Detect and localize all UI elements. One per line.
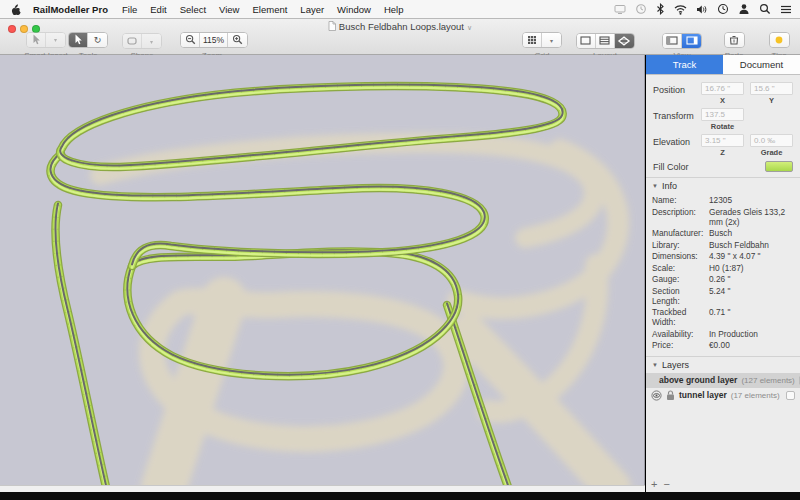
info-row-manufacturer: Manufacturer:Busch [652, 228, 794, 238]
info-row-trackbed-width: Trackbed Width:0.71 " [652, 307, 794, 327]
time-machine-icon[interactable] [635, 3, 647, 15]
info-row-availability: Availability:In Production [652, 329, 794, 339]
info-row-scale: Scale:H0 (1:87) [652, 263, 794, 273]
lock-icon[interactable] [666, 390, 675, 401]
pointer-tool-icon[interactable] [69, 33, 88, 47]
position-x-field[interactable]: 16.76 " [701, 82, 744, 95]
tips-bulb-icon[interactable] [770, 33, 789, 47]
bluetooth-icon[interactable] [656, 3, 665, 15]
menu-element[interactable]: Element [252, 4, 287, 15]
screen: RailModeller Pro File Edit Select View E… [0, 0, 800, 500]
wifi-icon[interactable] [674, 4, 687, 15]
menu-app-name[interactable]: RailModeller Pro [33, 4, 108, 15]
grid-icon[interactable] [523, 33, 542, 47]
layer-checkbox[interactable] [786, 391, 795, 400]
layers-header-label: Layers [662, 360, 689, 370]
fill-color-label: Fill Color [653, 162, 701, 172]
shape-control[interactable]: ▾ [122, 33, 162, 49]
rotate-tool-icon[interactable]: ↻ [88, 33, 107, 47]
apple-menu-icon[interactable] [10, 3, 21, 16]
layer-name: tunnel layer [679, 390, 727, 400]
info-row-section-length: Section Length:5.24 " [652, 286, 794, 306]
layout-3d-view-icon[interactable] [615, 34, 634, 48]
grade-label: Grade [750, 148, 793, 157]
window-title: Busch Feldbahn Loops.layout [339, 21, 464, 32]
info-row-dimensions: Dimensions:4.39 " x 4.07 " [652, 251, 794, 261]
info-row-gauge: Gauge:0.26 " [652, 274, 794, 284]
layout-list-view-icon[interactable] [596, 34, 615, 48]
tips-button[interactable] [769, 32, 790, 48]
menu-bar: RailModeller Pro File Edit Select View E… [0, 0, 800, 19]
position-x-label: X [701, 96, 744, 105]
menu-window[interactable]: Window [337, 4, 371, 15]
menu-layer[interactable]: Layer [300, 4, 324, 15]
visibility-eye-icon[interactable] [651, 390, 662, 401]
position-row: Position 16.76 " X 15.6 " Y [653, 82, 793, 105]
info-row-price: Price:€0.00 [652, 340, 794, 350]
inspector-panel: Track Document Position 16.76 " X 15.6 "… [646, 55, 800, 492]
disclosure-triangle-icon[interactable]: ▼ [652, 362, 658, 368]
shape-dropdown[interactable]: ▾ [142, 34, 161, 48]
window-titlebar: Busch Feldbahn Loops.layout∨ ▾ Smart Ins… [0, 19, 800, 55]
clock-icon[interactable] [717, 3, 729, 15]
position-y-label: Y [750, 96, 793, 105]
spotlight-icon[interactable] [759, 3, 771, 15]
user-icon[interactable] [738, 3, 750, 15]
menu-file[interactable]: File [122, 4, 137, 15]
layout-blank-view-icon[interactable] [577, 34, 596, 48]
shape-icon[interactable] [123, 34, 142, 48]
transform-label: Transform [653, 108, 701, 121]
rotate-field[interactable]: 137.5 [701, 108, 744, 121]
notification-center-icon[interactable] [780, 4, 792, 15]
fill-color-swatch[interactable] [765, 161, 793, 172]
volume-icon[interactable] [696, 4, 708, 15]
tab-document[interactable]: Document [723, 55, 800, 74]
elevation-z-field[interactable]: 3.15 " [701, 134, 744, 147]
document-proxy-icon[interactable] [328, 21, 336, 33]
layer-list-controls: + − [651, 478, 670, 490]
zoom-control[interactable]: 115% [180, 32, 248, 48]
display-icon[interactable] [614, 3, 626, 15]
layer-row-above-ground[interactable]: above ground layer (127 elements) [646, 373, 800, 388]
zoom-in-icon[interactable] [228, 33, 247, 47]
tab-track[interactable]: Track [646, 55, 723, 74]
smart-insert-control[interactable]: ▾ [26, 32, 66, 48]
left-sidebar-icon[interactable] [663, 34, 682, 48]
title-chevron-icon[interactable]: ∨ [467, 24, 472, 31]
add-layer-button[interactable]: + [651, 478, 657, 490]
menu-select[interactable]: Select [180, 4, 206, 15]
disclosure-triangle-icon[interactable]: ▼ [652, 183, 658, 189]
track-top-loop[interactable] [60, 84, 562, 168]
layout-canvas[interactable] [0, 55, 645, 485]
menu-edit[interactable]: Edit [150, 4, 166, 15]
info-section-header[interactable]: ▼ Info [646, 177, 800, 194]
remove-layer-button[interactable]: − [663, 478, 669, 490]
parts-bin-icon[interactable] [725, 33, 744, 47]
view-control[interactable] [662, 33, 702, 49]
layer-row-tunnel[interactable]: tunnel layer (17 elements) [646, 388, 800, 403]
grid-control[interactable]: ▾ [522, 32, 562, 48]
zoom-level-value[interactable]: 115% [200, 33, 228, 47]
menu-help[interactable]: Help [384, 4, 404, 15]
info-header-label: Info [662, 181, 677, 191]
grid-dropdown[interactable]: ▾ [542, 33, 561, 47]
track-plan-3d [0, 55, 645, 485]
canvas-horizontal-scrollbar[interactable] [0, 485, 645, 492]
layer-name: above ground layer [659, 375, 737, 385]
zoom-out-icon[interactable] [181, 33, 200, 47]
position-y-field[interactable]: 15.6 " [750, 82, 793, 95]
track-left-straight[interactable] [55, 203, 106, 485]
tools-control[interactable]: ↻ [68, 32, 108, 48]
layer-count: (127 elements) [741, 376, 794, 385]
track-form: Position 16.76 " X 15.6 " Y Transform [646, 75, 800, 177]
parts-button[interactable] [724, 32, 745, 48]
grade-field[interactable]: 0.0 ‰ [750, 134, 793, 147]
layout-control[interactable] [576, 33, 635, 49]
elevation-label: Elevation [653, 134, 701, 147]
smart-insert-cursor-icon[interactable] [27, 33, 46, 47]
layers-section-header[interactable]: ▼ Layers [646, 356, 800, 373]
rotate-label: Rotate [701, 122, 744, 131]
menu-view[interactable]: View [219, 4, 239, 15]
fill-color-row: Fill Color [653, 161, 793, 172]
right-sidebar-icon[interactable] [682, 34, 701, 48]
